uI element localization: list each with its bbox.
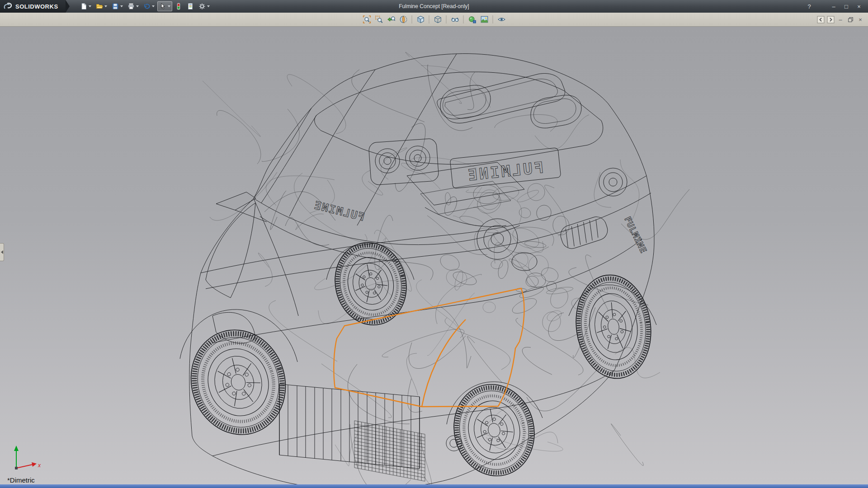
window-controls: ? – □ × xyxy=(804,2,868,11)
view-settings-button[interactable] xyxy=(496,14,507,25)
hide-show-glasses-icon xyxy=(451,15,459,23)
heads-up-strip: – × xyxy=(0,13,868,27)
toolbar-separator xyxy=(412,15,412,23)
toolbar-separator xyxy=(493,15,493,23)
previous-view-button[interactable] xyxy=(386,14,397,25)
previous-document-icon xyxy=(817,16,825,23)
status-strip xyxy=(0,484,868,488)
orientation-triad: x xyxy=(9,442,44,474)
view-orientation-button[interactable] xyxy=(415,14,426,25)
undo-icon xyxy=(143,3,151,10)
view-settings-eye-icon xyxy=(497,15,505,23)
graphics-viewport[interactable]: FULMINE FULMINE FULMINE x *Dimetric xyxy=(0,27,868,484)
select-button[interactable] xyxy=(157,1,172,11)
solidworks-logo: SOLIDWORKS xyxy=(0,0,66,13)
heads-up-toolbar xyxy=(361,14,507,25)
rebuild-button[interactable] xyxy=(173,1,184,11)
display-style-button[interactable] xyxy=(432,14,443,25)
select-cursor-icon xyxy=(159,3,166,10)
dropdown-caret[interactable] xyxy=(152,5,155,7)
restore-document-icon xyxy=(848,17,854,23)
print-icon xyxy=(127,3,135,10)
section-view-icon xyxy=(399,15,407,23)
toolbar-separator xyxy=(446,15,447,23)
file-properties-icon xyxy=(187,3,194,10)
close-document-button[interactable]: × xyxy=(856,15,864,23)
dropdown-caret[interactable] xyxy=(104,5,107,7)
dropdown-caret[interactable] xyxy=(136,5,139,7)
solidworks-window: SOLIDWORKS xyxy=(0,0,868,488)
edit-appearance-button[interactable] xyxy=(467,14,478,25)
print-button[interactable] xyxy=(126,1,141,11)
view-orientation-cube-icon xyxy=(416,15,425,23)
document-window-controls: – × xyxy=(816,15,868,23)
options-button[interactable] xyxy=(197,1,212,11)
previous-view-icon xyxy=(387,15,395,23)
zoom-to-area-icon xyxy=(375,15,383,23)
options-gear-icon xyxy=(198,3,206,10)
save-icon xyxy=(112,3,119,10)
help-button[interactable]: ? xyxy=(804,2,815,11)
new-document-button[interactable] xyxy=(78,1,93,11)
new-document-icon xyxy=(80,3,87,10)
zoom-to-area-button[interactable] xyxy=(373,14,385,25)
dropdown-caret[interactable] xyxy=(89,5,91,7)
toolbar-separator xyxy=(429,15,429,23)
wireframe-model[interactable]: FULMINE FULMINE FULMINE xyxy=(0,27,868,484)
save-button[interactable] xyxy=(110,1,125,11)
apply-scene-button[interactable] xyxy=(479,14,490,25)
undo-button[interactable] xyxy=(142,1,156,11)
file-properties-button[interactable] xyxy=(185,1,196,11)
zoom-to-fit-icon xyxy=(363,15,371,23)
maximize-button[interactable]: □ xyxy=(841,2,852,11)
rebuild-stoplight-icon xyxy=(175,3,182,10)
dropdown-caret[interactable] xyxy=(168,5,170,7)
next-document-button[interactable] xyxy=(826,15,835,23)
title-bar: SOLIDWORKS xyxy=(0,0,868,13)
brand-text: SOLIDWORKS xyxy=(15,3,58,10)
next-document-icon xyxy=(827,16,835,23)
view-orientation-label: *Dimetric xyxy=(7,476,35,484)
minimize-button[interactable]: – xyxy=(828,2,839,11)
apply-scene-icon xyxy=(480,15,488,23)
previous-document-button[interactable] xyxy=(816,15,825,23)
open-folder-icon xyxy=(96,3,103,10)
section-view-button[interactable] xyxy=(398,14,409,25)
open-document-button[interactable] xyxy=(94,1,109,11)
toolbar-separator xyxy=(463,15,464,23)
restore-document-button[interactable] xyxy=(846,15,854,23)
minimize-document-button[interactable]: – xyxy=(836,15,844,23)
edit-appearance-sphere-icon xyxy=(468,15,476,23)
dropdown-caret[interactable] xyxy=(120,5,123,7)
display-style-wireframe-icon xyxy=(434,15,442,23)
panel-collapse-handle[interactable] xyxy=(0,243,4,261)
dropdown-caret[interactable] xyxy=(207,5,210,7)
triad-x-label: x xyxy=(38,462,41,469)
model-wordmark-left: FULMINE xyxy=(312,199,366,224)
close-button[interactable]: × xyxy=(854,2,864,11)
logo-notch xyxy=(66,0,70,13)
zoom-to-fit-button[interactable] xyxy=(361,14,373,25)
3ds-logo-icon xyxy=(4,3,13,10)
model-wordmark-right: FULMINE xyxy=(623,215,649,255)
hide-show-items-button[interactable] xyxy=(449,14,461,25)
collapse-arrow-icon xyxy=(1,250,3,254)
title-toolbar xyxy=(78,1,212,11)
